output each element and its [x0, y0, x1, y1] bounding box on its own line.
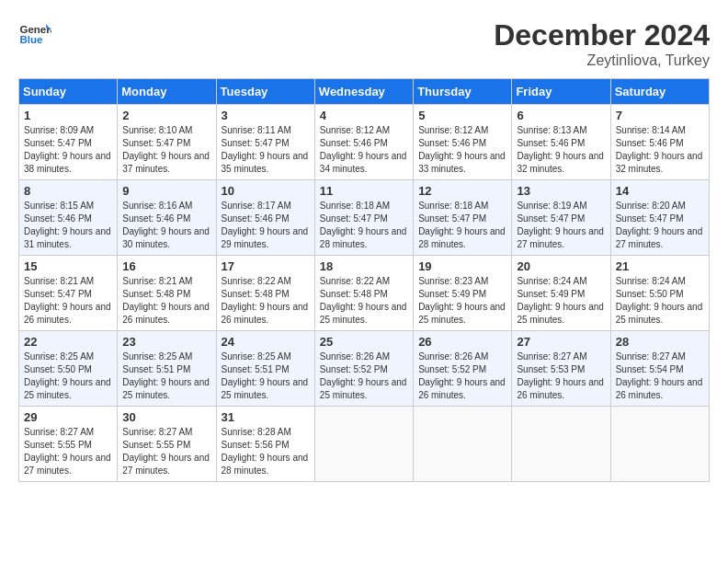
- day-number: 14: [616, 184, 704, 198]
- day-number: 29: [24, 410, 112, 424]
- cell-details: Sunrise: 8:09 AMSunset: 5:47 PMDaylight:…: [24, 124, 112, 176]
- col-wednesday: Wednesday: [314, 79, 413, 105]
- day-number: 22: [24, 335, 112, 349]
- day-number: 12: [418, 184, 506, 198]
- page-container: General Blue December 2024 Zeytinliova, …: [18, 18, 710, 482]
- table-row: 27Sunrise: 8:27 AMSunset: 5:53 PMDayligh…: [512, 331, 610, 407]
- table-row: 21Sunrise: 8:24 AMSunset: 5:50 PMDayligh…: [610, 256, 709, 331]
- cell-details: Sunrise: 8:20 AMSunset: 5:47 PMDaylight:…: [616, 200, 704, 251]
- cell-details: Sunrise: 8:27 AMSunset: 5:55 PMDaylight:…: [122, 426, 210, 477]
- day-number: 24: [222, 335, 310, 349]
- cell-details: Sunrise: 8:14 AMSunset: 5:46 PMDaylight:…: [616, 124, 704, 176]
- table-row: 16Sunrise: 8:21 AMSunset: 5:48 PMDayligh…: [118, 256, 216, 331]
- day-number: 31: [222, 410, 310, 424]
- day-number: 18: [320, 259, 408, 273]
- table-row: 8Sunrise: 8:15 AMSunset: 5:46 PMDaylight…: [19, 180, 118, 256]
- table-row: [610, 407, 709, 482]
- table-row: 18Sunrise: 8:22 AMSunset: 5:48 PMDayligh…: [314, 256, 413, 331]
- day-number: 7: [616, 109, 704, 122]
- table-row: 14Sunrise: 8:20 AMSunset: 5:47 PMDayligh…: [610, 180, 709, 256]
- cell-details: Sunrise: 8:18 AMSunset: 5:47 PMDaylight:…: [418, 200, 506, 251]
- table-row: 3Sunrise: 8:11 AMSunset: 5:47 PMDaylight…: [216, 105, 314, 180]
- table-row: [512, 407, 610, 482]
- cell-details: Sunrise: 8:13 AMSunset: 5:46 PMDaylight:…: [517, 124, 605, 176]
- calendar-table: Sunday Monday Tuesday Wednesday Thursday…: [18, 78, 710, 482]
- cell-details: Sunrise: 8:12 AMSunset: 5:46 PMDaylight:…: [320, 124, 408, 176]
- logo-icon: General Blue: [18, 18, 51, 52]
- cell-details: Sunrise: 8:25 AMSunset: 5:51 PMDaylight:…: [222, 350, 310, 402]
- cell-details: Sunrise: 8:27 AMSunset: 5:55 PMDaylight:…: [24, 426, 112, 477]
- day-number: 8: [24, 184, 112, 198]
- table-row: 9Sunrise: 8:16 AMSunset: 5:46 PMDaylight…: [118, 180, 216, 256]
- cell-details: Sunrise: 8:16 AMSunset: 5:46 PMDaylight:…: [122, 200, 210, 251]
- calendar-header-row: Sunday Monday Tuesday Wednesday Thursday…: [19, 79, 710, 105]
- table-row: 12Sunrise: 8:18 AMSunset: 5:47 PMDayligh…: [414, 180, 512, 256]
- table-row: 26Sunrise: 8:26 AMSunset: 5:52 PMDayligh…: [414, 331, 512, 407]
- table-row: 4Sunrise: 8:12 AMSunset: 5:46 PMDaylight…: [314, 105, 413, 180]
- cell-details: Sunrise: 8:18 AMSunset: 5:47 PMDaylight:…: [320, 200, 408, 251]
- col-sunday: Sunday: [19, 79, 118, 105]
- table-row: 15Sunrise: 8:21 AMSunset: 5:47 PMDayligh…: [19, 256, 118, 331]
- cell-details: Sunrise: 8:24 AMSunset: 5:50 PMDaylight:…: [616, 275, 704, 327]
- cell-details: Sunrise: 8:22 AMSunset: 5:48 PMDaylight:…: [320, 275, 408, 327]
- day-number: 28: [616, 335, 704, 349]
- day-number: 1: [24, 109, 112, 122]
- table-row: 28Sunrise: 8:27 AMSunset: 5:54 PMDayligh…: [610, 331, 709, 407]
- calendar-row: 1Sunrise: 8:09 AMSunset: 5:47 PMDaylight…: [19, 105, 710, 180]
- day-number: 2: [122, 109, 210, 122]
- cell-details: Sunrise: 8:25 AMSunset: 5:50 PMDaylight:…: [24, 350, 112, 402]
- calendar-row: 8Sunrise: 8:15 AMSunset: 5:46 PMDaylight…: [19, 180, 710, 256]
- day-number: 27: [517, 335, 605, 349]
- cell-details: Sunrise: 8:21 AMSunset: 5:48 PMDaylight:…: [122, 275, 210, 327]
- table-row: 1Sunrise: 8:09 AMSunset: 5:47 PMDaylight…: [19, 105, 118, 180]
- day-number: 20: [517, 259, 605, 273]
- cell-details: Sunrise: 8:24 AMSunset: 5:49 PMDaylight:…: [517, 275, 605, 327]
- cell-details: Sunrise: 8:26 AMSunset: 5:52 PMDaylight:…: [320, 350, 408, 402]
- table-row: [414, 407, 512, 482]
- cell-details: Sunrise: 8:21 AMSunset: 5:47 PMDaylight:…: [24, 275, 112, 327]
- cell-details: Sunrise: 8:11 AMSunset: 5:47 PMDaylight:…: [222, 124, 310, 176]
- table-row: 10Sunrise: 8:17 AMSunset: 5:46 PMDayligh…: [216, 180, 314, 256]
- table-row: 29Sunrise: 8:27 AMSunset: 5:55 PMDayligh…: [19, 407, 118, 482]
- day-number: 21: [616, 259, 704, 273]
- title-block: December 2024 Zeytinliova, Turkey: [494, 18, 710, 69]
- table-row: 7Sunrise: 8:14 AMSunset: 5:46 PMDaylight…: [610, 105, 709, 180]
- cell-details: Sunrise: 8:10 AMSunset: 5:47 PMDaylight:…: [122, 124, 210, 176]
- table-row: 23Sunrise: 8:25 AMSunset: 5:51 PMDayligh…: [118, 331, 216, 407]
- table-row: 24Sunrise: 8:25 AMSunset: 5:51 PMDayligh…: [216, 331, 314, 407]
- day-number: 16: [122, 259, 210, 273]
- col-monday: Monday: [118, 79, 216, 105]
- table-row: 13Sunrise: 8:19 AMSunset: 5:47 PMDayligh…: [512, 180, 610, 256]
- location: Zeytinliova, Turkey: [494, 52, 710, 69]
- col-friday: Friday: [512, 79, 610, 105]
- table-row: 5Sunrise: 8:12 AMSunset: 5:46 PMDaylight…: [414, 105, 512, 180]
- day-number: 15: [24, 259, 112, 273]
- table-row: 19Sunrise: 8:23 AMSunset: 5:49 PMDayligh…: [414, 256, 512, 331]
- day-number: 10: [222, 184, 310, 198]
- cell-details: Sunrise: 8:25 AMSunset: 5:51 PMDaylight:…: [122, 350, 210, 402]
- logo: General Blue: [18, 18, 51, 52]
- day-number: 13: [517, 184, 605, 198]
- table-row: 31Sunrise: 8:28 AMSunset: 5:56 PMDayligh…: [216, 407, 314, 482]
- cell-details: Sunrise: 8:15 AMSunset: 5:46 PMDaylight:…: [24, 200, 112, 251]
- day-number: 30: [122, 410, 210, 424]
- table-row: 25Sunrise: 8:26 AMSunset: 5:52 PMDayligh…: [314, 331, 413, 407]
- table-row: 11Sunrise: 8:18 AMSunset: 5:47 PMDayligh…: [314, 180, 413, 256]
- day-number: 11: [320, 184, 408, 198]
- calendar-row: 22Sunrise: 8:25 AMSunset: 5:50 PMDayligh…: [19, 331, 710, 407]
- table-row: 22Sunrise: 8:25 AMSunset: 5:50 PMDayligh…: [19, 331, 118, 407]
- col-thursday: Thursday: [414, 79, 512, 105]
- col-saturday: Saturday: [610, 79, 709, 105]
- svg-text:Blue: Blue: [19, 34, 43, 45]
- day-number: 17: [222, 259, 310, 273]
- cell-details: Sunrise: 8:26 AMSunset: 5:52 PMDaylight:…: [418, 350, 506, 402]
- month-year: December 2024: [494, 18, 710, 52]
- table-row: 6Sunrise: 8:13 AMSunset: 5:46 PMDaylight…: [512, 105, 610, 180]
- cell-details: Sunrise: 8:19 AMSunset: 5:47 PMDaylight:…: [517, 200, 605, 251]
- day-number: 26: [418, 335, 506, 349]
- table-row: 17Sunrise: 8:22 AMSunset: 5:48 PMDayligh…: [216, 256, 314, 331]
- table-row: 30Sunrise: 8:27 AMSunset: 5:55 PMDayligh…: [118, 407, 216, 482]
- cell-details: Sunrise: 8:27 AMSunset: 5:53 PMDaylight:…: [517, 350, 605, 402]
- table-row: 20Sunrise: 8:24 AMSunset: 5:49 PMDayligh…: [512, 256, 610, 331]
- calendar-row: 15Sunrise: 8:21 AMSunset: 5:47 PMDayligh…: [19, 256, 710, 331]
